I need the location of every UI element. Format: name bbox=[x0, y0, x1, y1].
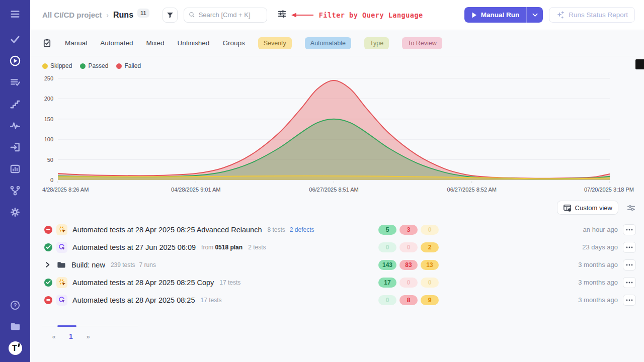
result-badges: 143 83 13 bbox=[378, 260, 443, 270]
pill-severity[interactable]: Severity bbox=[258, 37, 292, 49]
run-timestamp: an hour ago bbox=[583, 226, 618, 233]
tab-groups[interactable]: Groups bbox=[222, 39, 245, 47]
manual-run-dropdown-button[interactable] bbox=[527, 7, 543, 23]
annotation-text: Filter by Query Language bbox=[319, 11, 423, 19]
svg-text:50: 50 bbox=[47, 157, 53, 163]
passed-count-badge: 17 bbox=[378, 278, 396, 288]
row-menu-button[interactable] bbox=[623, 295, 636, 306]
sidebar-nav bbox=[9, 33, 21, 218]
main-content: All CI/CD project › Runs 11 Filter by Qu… bbox=[30, 0, 644, 362]
runs-status-report-button[interactable]: Runs Status Report bbox=[549, 7, 635, 23]
activity-pulse-icon[interactable] bbox=[9, 120, 21, 132]
pill-to-review[interactable]: To Review bbox=[402, 37, 442, 49]
search-icon bbox=[189, 11, 195, 19]
passed-dot-icon bbox=[80, 63, 86, 69]
run-tests-count: 8 tests bbox=[267, 226, 285, 233]
row-menu-button[interactable] bbox=[623, 224, 636, 235]
run-row[interactable]: Automated tests at 28 Apr 2025 08:25 Adv… bbox=[30, 221, 644, 238]
tab-automated[interactable]: Automated bbox=[100, 39, 133, 47]
help-icon[interactable]: ? bbox=[9, 299, 21, 311]
run-timestamp: 3 months ago bbox=[578, 296, 618, 304]
table-gear-icon bbox=[563, 204, 572, 212]
import-icon[interactable] bbox=[9, 141, 21, 153]
run-plan-meta: from 0518 plan bbox=[201, 244, 243, 251]
failed-count-badge: 0 bbox=[399, 242, 418, 252]
svg-text:06/27/2025 8:51 AM: 06/27/2025 8:51 AM bbox=[309, 187, 358, 193]
legend-item-skipped[interactable]: Skipped bbox=[42, 62, 72, 69]
view-sliders-icon[interactable] bbox=[626, 203, 636, 213]
row-menu-button[interactable] bbox=[623, 242, 636, 253]
row-menu-button[interactable] bbox=[623, 259, 636, 270]
svg-text:250: 250 bbox=[44, 75, 53, 81]
checklist-board-icon[interactable] bbox=[42, 38, 52, 48]
settings-gear-icon[interactable] bbox=[9, 206, 21, 218]
plans-list-check-icon[interactable] bbox=[9, 76, 21, 88]
tab-manual[interactable]: Manual bbox=[65, 39, 87, 47]
view-bar: Custom view bbox=[30, 194, 644, 215]
milestones-steps-icon[interactable] bbox=[9, 98, 21, 110]
play-icon bbox=[471, 12, 477, 18]
pagination-prev-button[interactable]: « bbox=[45, 333, 62, 340]
analytics-bar-chart-icon[interactable] bbox=[9, 163, 21, 175]
run-timestamp: 3 months ago bbox=[578, 279, 618, 286]
pill-type[interactable]: Type bbox=[364, 37, 389, 49]
annotation: Filter by Query Language bbox=[290, 11, 423, 19]
folder-icon bbox=[56, 260, 66, 269]
passed-count-badge: 0 bbox=[378, 242, 396, 252]
pagination-page-1[interactable]: 1 bbox=[62, 332, 79, 340]
runs-play-circle-icon[interactable] bbox=[9, 55, 21, 67]
custom-view-label: Custom view bbox=[575, 204, 612, 212]
skipped-count-badge: 0 bbox=[421, 225, 439, 235]
tab-unfinished[interactable]: Unfinished bbox=[178, 39, 210, 47]
run-row[interactable]: Automated tests at 28 Apr 2025 08:25 Cop… bbox=[30, 274, 644, 291]
chevron-right-icon[interactable] bbox=[44, 261, 52, 268]
result-badges: 0 0 2 bbox=[378, 242, 443, 252]
run-group-row[interactable]: Build: new 239 tests 7 runs 143 83 13 3 … bbox=[30, 256, 644, 274]
avatar[interactable]: T bbox=[9, 341, 22, 355]
run-row[interactable]: Automated tests at 27 Jun 2025 06:09 fro… bbox=[30, 238, 644, 256]
header: All CI/CD project › Runs 11 Filter by Qu… bbox=[30, 0, 644, 30]
versions-branch-icon[interactable] bbox=[9, 185, 21, 197]
svg-text:0: 0 bbox=[50, 177, 53, 183]
defects-link[interactable]: 2 defects bbox=[290, 226, 314, 233]
docs-folder-icon[interactable] bbox=[9, 320, 21, 332]
failed-dot-icon bbox=[116, 63, 122, 69]
pill-automatable[interactable]: Automatable bbox=[305, 37, 351, 49]
menu-icon[interactable] bbox=[9, 8, 21, 20]
run-title: Automated tests at 28 Apr 2025 08:25 bbox=[72, 296, 195, 304]
breadcrumb-project[interactable]: All CI/CD project bbox=[42, 11, 102, 19]
passed-count-badge: 5 bbox=[378, 225, 396, 235]
tab-mixed[interactable]: Mixed bbox=[146, 39, 165, 47]
legend-item-failed[interactable]: Failed bbox=[116, 62, 141, 69]
sparkles-icon bbox=[556, 11, 565, 19]
svg-text:?: ? bbox=[14, 302, 17, 308]
filter-button[interactable] bbox=[163, 8, 178, 23]
failed-count-badge: 3 bbox=[399, 225, 418, 235]
search-box[interactable] bbox=[184, 8, 267, 23]
run-row[interactable]: Automated tests at 28 Apr 2025 08:25 17 … bbox=[30, 291, 644, 309]
status-failed-icon bbox=[44, 296, 52, 304]
pagination-next-button[interactable]: » bbox=[79, 333, 97, 340]
sidebar-bottom: ? T bbox=[9, 299, 22, 355]
runs-status-report-label: Runs Status Report bbox=[569, 11, 628, 19]
result-badges: 17 0 0 bbox=[378, 278, 443, 288]
skipped-dot-icon bbox=[42, 63, 48, 69]
skipped-count-badge: 13 bbox=[421, 260, 439, 270]
row-menu-button[interactable] bbox=[623, 277, 636, 288]
runs-count-badge: 11 bbox=[137, 9, 149, 18]
group-title: Build: new bbox=[71, 261, 105, 269]
failed-count-badge: 83 bbox=[399, 260, 418, 270]
legend-item-passed[interactable]: Passed bbox=[80, 62, 108, 69]
left-arrow-icon bbox=[290, 12, 314, 19]
manual-run-button[interactable]: Manual Run bbox=[464, 7, 527, 23]
search-input[interactable] bbox=[199, 11, 262, 19]
result-badges: 5 3 0 bbox=[378, 225, 443, 235]
tests-check-icon[interactable] bbox=[9, 33, 21, 45]
chevron-down-icon bbox=[532, 13, 538, 17]
chart-legend: Skipped Passed Failed bbox=[42, 61, 644, 71]
funnel-icon bbox=[166, 11, 175, 20]
spark-icon bbox=[56, 224, 67, 235]
query-language-sliders-icon[interactable] bbox=[277, 9, 287, 21]
custom-view-button[interactable]: Custom view bbox=[557, 201, 618, 215]
run-title: Automated tests at 28 Apr 2025 08:25 Cop… bbox=[72, 279, 214, 287]
